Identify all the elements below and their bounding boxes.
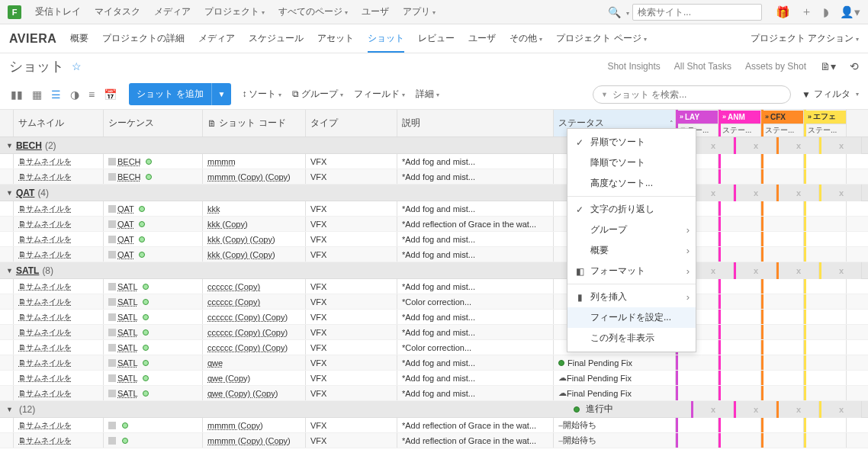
moon-icon[interactable]: ◗	[823, 5, 829, 19]
add-shot-dropdown[interactable]: ▼	[211, 83, 232, 105]
detail-button[interactable]: 詳細	[416, 88, 439, 101]
col-checkbox[interactable]	[0, 110, 14, 136]
sequence-link[interactable]: SATL	[117, 374, 138, 383]
group-row[interactable]: ▼BECH(2)xxxx	[0, 137, 868, 154]
nav-apps[interactable]: アプリ	[403, 5, 436, 18]
link-shot-insights[interactable]: Shot Insights	[607, 61, 660, 72]
pnav-review[interactable]: レビュー	[418, 32, 455, 45]
thumbnail-link[interactable]: 🗎サムネイルを	[18, 373, 72, 384]
pnav-projpages[interactable]: プロジェクト ページ	[556, 32, 646, 45]
shotcode-link[interactable]: qwe (Copy) (Copy)	[207, 389, 278, 398]
view-task-icon[interactable]: ◑	[69, 87, 81, 102]
thumbnail-link[interactable]: 🗎サムネイルを	[18, 388, 72, 399]
table-row[interactable]: 🗎サムネイルをBECHmmmm (Copy) (Copy)VFX*Add fog…	[0, 169, 868, 185]
ctx-summary[interactable]: 概要	[567, 240, 696, 261]
thumbnail-link[interactable]: 🗎サムネイルを	[18, 358, 72, 368]
col-shotcode[interactable]: 🗎 ショット コード	[203, 110, 306, 136]
search-dropdown-icon[interactable]	[624, 7, 629, 18]
nav-inbox[interactable]: 受信トレイ	[35, 5, 81, 18]
pnav-overview[interactable]: 概要	[70, 32, 88, 45]
plus-icon[interactable]: ＋	[801, 5, 812, 19]
avatar[interactable]: 👤▾	[840, 5, 860, 19]
global-search-input[interactable]	[632, 4, 762, 21]
sequence-link[interactable]: QAT	[117, 235, 134, 244]
group-row[interactable]: ▼QAT(4)xxxx	[0, 185, 868, 201]
filter-button[interactable]: ▼フィルタ	[802, 88, 859, 101]
thumbnail-link[interactable]: 🗎サムネイルを	[18, 249, 72, 260]
shotcode-link[interactable]: mmmm	[207, 157, 236, 166]
pnav-users[interactable]: ユーザ	[468, 32, 496, 45]
thumbnail-link[interactable]: 🗎サムネイルを	[18, 342, 72, 353]
global-search[interactable]: 🔍	[608, 4, 762, 21]
shot-search[interactable]: ▼	[593, 85, 791, 104]
pnav-other[interactable]: その他	[510, 32, 542, 45]
pnav-media[interactable]: メディア	[198, 32, 235, 45]
sequence-link[interactable]: SATL	[117, 282, 138, 291]
ctx-hide-col[interactable]: この列を非表示	[567, 328, 696, 348]
table-row[interactable]: 🗎サムネイルをSATLcccccc (Copy) (Copy)VFX*Color…	[0, 340, 868, 355]
fields-button[interactable]: フィールド	[354, 88, 405, 101]
table-row[interactable]: 🗎サムネイルをQATkkkVFX*Add fog and mist...	[0, 201, 868, 217]
view-list-icon[interactable]: ☰	[50, 87, 63, 102]
table-row[interactable]: 🗎サムネイルをQATkkk (Copy) (Copy)VFX*Add fog a…	[0, 232, 868, 247]
thumbnail-link[interactable]: 🗎サムネイルを	[18, 420, 72, 431]
col-thumbnail[interactable]: サムネイル	[14, 110, 104, 136]
view-gantt-icon[interactable]: ▮▮	[9, 87, 24, 102]
thumbnail-link[interactable]: 🗎サムネイルを	[18, 435, 72, 446]
shotcode-link[interactable]: kkk	[207, 204, 220, 214]
table-row[interactable]: 🗎サムネイルをSATLcccccc (Copy) (Copy)VFX*Add f…	[0, 325, 868, 340]
col-description[interactable]: 説明	[397, 110, 554, 136]
project-actions[interactable]: プロジェクト アクション	[751, 32, 859, 45]
sequence-link[interactable]: SATL	[117, 343, 138, 352]
shotcode-link[interactable]: mmmm (Copy) (Copy)	[207, 436, 291, 445]
shotcode-link[interactable]: cccccc (Copy) (Copy)	[207, 313, 288, 322]
nav-projects[interactable]: プロジェクト	[204, 5, 265, 18]
pnav-schedule[interactable]: スケジュール	[249, 32, 304, 45]
thumbnail-link[interactable]: 🗎サムネイルを	[18, 234, 72, 245]
col-sequence[interactable]: シーケンス	[104, 110, 203, 136]
link-assets-by-shot[interactable]: Assets by Shot	[745, 61, 806, 72]
shotcode-link[interactable]: cccccc (Copy)	[207, 282, 260, 291]
table-row[interactable]: 🗎サムネイルをSATLqwe (Copy)VFX*Add fog and mis…	[0, 371, 868, 386]
chevron-down-icon[interactable]: ▼	[601, 91, 608, 98]
shotcode-link[interactable]: qwe	[207, 358, 223, 368]
ctx-sort-desc[interactable]: 降順でソート	[567, 153, 696, 173]
thumbnail-link[interactable]: 🗎サムネイルを	[18, 327, 72, 338]
pnav-assets[interactable]: アセット	[317, 32, 354, 45]
sequence-link[interactable]: QAT	[117, 250, 134, 259]
group-row[interactable]: ▼(12)進行中xxxx	[0, 401, 868, 418]
table-row[interactable]: 🗎サムネイルをmmmm (Copy)VFX*Add reflection of …	[0, 418, 868, 433]
thumbnail-link[interactable]: 🗎サムネイルを	[18, 312, 72, 323]
thumbnail-link[interactable]: 🗎サムネイルを	[18, 172, 72, 182]
favorite-star-icon[interactable]: ☆	[72, 60, 82, 72]
ctx-insert-col[interactable]: ▮列を挿入	[567, 287, 696, 307]
add-shot-button[interactable]: ショット を追加	[129, 83, 211, 105]
sequence-link[interactable]: SATL	[117, 389, 138, 398]
thumbnail-link[interactable]: 🗎サムネイルを	[18, 204, 72, 214]
thumbnail-link[interactable]: 🗎サムネイルを	[18, 281, 72, 292]
gift-icon[interactable]: 🎁	[776, 5, 790, 19]
table-row[interactable]: 🗎サムネイルをSATLcccccc (Copy) (Copy)VFX*Add f…	[0, 310, 868, 325]
pnav-shots[interactable]: ショット	[368, 32, 404, 53]
nav-allpages[interactable]: すべてのページ	[278, 5, 348, 18]
table-row[interactable]: 🗎サムネイルをSATLqwe (Copy) (Copy)VFX*Add fog …	[0, 386, 868, 401]
shot-search-input[interactable]	[612, 89, 783, 100]
col-pipeline-cfx[interactable]: »CFXステー...	[761, 110, 804, 136]
view-thumb-icon[interactable]: ▦	[31, 87, 43, 102]
shotcode-link[interactable]: kkk (Copy)	[207, 220, 248, 229]
group-row[interactable]: ▼SATL(8)xxxx	[0, 262, 868, 279]
shotcode-link[interactable]: mmmm (Copy) (Copy)	[207, 172, 291, 181]
table-row[interactable]: 🗎サムネイルをSATLcccccc (Copy)VFX*Add fog and …	[0, 279, 868, 294]
ctx-format[interactable]: ◧フォーマット	[567, 261, 696, 281]
nav-mytasks[interactable]: マイタスク	[95, 5, 140, 18]
link-all-shot-tasks[interactable]: All Shot Tasks	[674, 61, 731, 72]
col-pipeline-anm[interactable]: »ANMステー...	[719, 110, 761, 136]
sequence-link[interactable]: BECH	[117, 172, 141, 181]
sequence-link[interactable]: SATL	[117, 313, 138, 322]
shotcode-link[interactable]: kkk (Copy) (Copy)	[207, 235, 275, 244]
sort-button[interactable]: ↕ソート	[242, 88, 281, 101]
view-calendar-icon[interactable]: 📅	[102, 87, 118, 102]
ctx-group[interactable]: グループ	[567, 220, 696, 240]
sequence-link[interactable]: BECH	[117, 157, 141, 166]
ctx-configure-field[interactable]: フィールドを設定...	[567, 307, 696, 328]
